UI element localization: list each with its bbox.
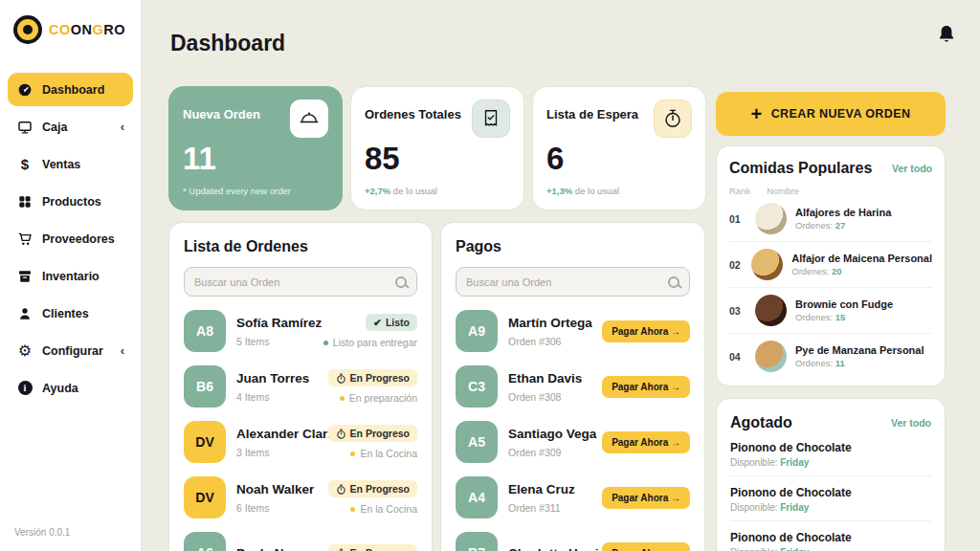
delta-suffix: de lo usual	[390, 186, 437, 196]
receipt-check-icon	[472, 99, 510, 138]
order-row[interactable]: A6 Paula Navarro En Progreso	[184, 532, 417, 551]
payments-search-input[interactable]	[466, 276, 660, 288]
payment-row[interactable]: A9 Martín Ortega Orden #306 Pagar Ahora …	[456, 310, 690, 352]
popular-item[interactable]: 02 Alfajor de Maicena Personal Ordenes: …	[729, 242, 932, 288]
order-row[interactable]: DV Alexander Clark 3 Items En Progreso E…	[184, 421, 417, 463]
food-orders: Ordenes: 11	[795, 358, 924, 368]
arrow-right-icon: →	[671, 326, 680, 337]
order-number: Orden #311	[508, 502, 591, 514]
soldout-item[interactable]: Pionono de Chocolate Disponible: Friday	[730, 431, 931, 476]
table-badge: DV	[184, 476, 226, 518]
chevron-left-icon[interactable]: ‹	[121, 343, 124, 358]
panel-title: Comidas Populares	[729, 160, 872, 177]
panel-title: Lista de Ordenes	[184, 238, 308, 255]
customer-name: Elena Cruz	[508, 482, 591, 496]
sidebar-item-configurar[interactable]: ⚙ Configurar ‹	[8, 334, 133, 367]
food-orders: Ordenes: 27	[795, 220, 891, 231]
col-name: Nombre	[767, 186, 799, 196]
payment-row[interactable]: A4 Elena Cruz Orden #311 Pagar Ahora →	[456, 476, 690, 518]
food-avatar	[755, 295, 787, 326]
logo-icon	[13, 15, 42, 44]
customer-name: Santiago Vega	[508, 427, 591, 441]
stat-delta: +2,7% de lo usual	[365, 186, 510, 196]
soldout-panel: Agotado Ver todo Pionono de Chocolate Di…	[716, 398, 946, 551]
sidebar: COONGRO Dashboard Caja ‹ $ Ventas Produc…	[0, 0, 142, 551]
sidebar-item-inventario[interactable]: Inventario	[8, 259, 133, 293]
status-badge: En Progreso	[328, 480, 417, 497]
customer-name: Charlotte Harris	[508, 546, 591, 551]
rank: 03	[729, 305, 746, 317]
soldout-name: Pionono de Chocolate	[730, 531, 931, 544]
view-all-link[interactable]: Ver todo	[891, 417, 931, 429]
panel-title: Pagos	[456, 238, 501, 255]
sidebar-item-caja[interactable]: Caja ‹	[8, 110, 133, 143]
order-row[interactable]: DV Noah Walker 6 Items En Progreso En la…	[184, 476, 417, 518]
pay-now-button[interactable]: Pagar Ahora →	[602, 487, 690, 509]
customer-name: Paula Navarro	[236, 546, 318, 551]
customer-name: Sofía Ramírez	[236, 316, 313, 330]
customer-name: Ethan Davis	[508, 371, 591, 386]
status-line: En preparación	[340, 392, 417, 404]
create-order-button[interactable]: + CREAR NUEVA ORDEN	[716, 92, 946, 136]
status-dot	[323, 341, 328, 345]
food-avatar	[755, 203, 787, 234]
sidebar-item-label: Inventario	[42, 270, 100, 283]
info-icon: i	[16, 380, 33, 397]
search-icon[interactable]	[395, 276, 407, 288]
table-badge: A6	[184, 532, 226, 551]
orders-search-input[interactable]	[194, 276, 388, 288]
create-order-label: CREAR NUEVA ORDEN	[771, 107, 911, 121]
pay-now-button[interactable]: Pagar Ahora →	[602, 542, 690, 551]
popular-item[interactable]: 01 Alfajores de Harina Ordenes: 27	[729, 196, 932, 242]
sidebar-nav: Dashboard Caja ‹ $ Ventas Productos Prov…	[0, 73, 141, 405]
rank: 04	[729, 351, 746, 363]
popular-item[interactable]: 04 Pye de Manzana Personal Ordenes: 11	[729, 334, 932, 379]
payment-row[interactable]: C3 Ethan Davis Orden #308 Pagar Ahora →	[456, 365, 690, 408]
soldout-item[interactable]: Pionono de Chocolate Disponible: Friday	[730, 521, 931, 551]
pay-now-button[interactable]: Pagar Ahora →	[602, 320, 690, 342]
customer-name: Alexander Clark	[236, 427, 318, 441]
payment-row[interactable]: A5 Santiago Vega Orden #309 Pagar Ahora …	[456, 421, 690, 463]
search-icon[interactable]	[668, 276, 679, 288]
sidebar-item-clientes[interactable]: Clientes	[8, 297, 133, 330]
food-orders: Ordenes: 20	[791, 266, 932, 276]
sidebar-item-proveedores[interactable]: Proveedores	[8, 222, 133, 255]
status-badge: En Progreso	[328, 544, 417, 551]
table-badge: DV	[184, 421, 226, 463]
soldout-name: Pionono de Chocolate	[730, 441, 931, 454]
grid-icon	[16, 193, 33, 210]
pay-now-button[interactable]: Pagar Ahora →	[602, 376, 690, 398]
col-rank: Rank	[729, 186, 750, 196]
order-number: Orden #309	[508, 447, 591, 458]
stat-card-ordenes-totales: Ordenes Totales 85 +2,7% de lo usual	[350, 86, 524, 210]
logo: COONGRO	[0, 0, 141, 44]
notifications-bell-icon[interactable]	[936, 24, 957, 45]
sidebar-item-ayuda[interactable]: i Ayuda	[8, 371, 133, 405]
view-all-link[interactable]: Ver todo	[892, 163, 932, 174]
sidebar-item-productos[interactable]: Productos	[8, 185, 133, 218]
table-badge: A9	[456, 310, 498, 352]
food-avatar	[755, 341, 787, 372]
food-name: Brownie con Fudge	[795, 298, 893, 310]
stopwatch-icon	[336, 548, 346, 551]
payment-row[interactable]: B7 Charlotte Harris Pagar Ahora →	[456, 532, 690, 551]
stat-note: * Updated every new order	[183, 186, 328, 196]
arrow-right-icon: →	[671, 382, 680, 392]
inventory-box-icon	[16, 268, 33, 285]
soldout-availability: Disponible: Friday	[730, 457, 931, 468]
delta-percent: +2,7%	[365, 186, 390, 196]
order-row[interactable]: B6 Juan Torres 4 Items En Progreso En pr…	[184, 365, 417, 408]
items-count: 5 Items	[236, 336, 313, 347]
sidebar-item-ventas[interactable]: $ Ventas	[8, 147, 133, 181]
food-name: Pye de Manzana Personal	[795, 344, 924, 356]
orders-list-panel: Lista de Ordenes A8 Sofía Ramírez 5 Item…	[168, 222, 433, 551]
soldout-item[interactable]: Pionono de Chocolate Disponible: Friday	[730, 476, 931, 521]
popular-item[interactable]: 03 Brownie con Fudge Ordenes: 15	[729, 288, 932, 334]
order-row[interactable]: A8 Sofía Ramírez 5 Items ✔Listo Listo pa…	[184, 310, 417, 352]
sidebar-item-dashboard[interactable]: Dashboard	[8, 73, 133, 106]
logo-text-part: RO	[103, 22, 125, 37]
logo-text-part: CO	[49, 22, 71, 37]
logo-text-part: ON	[71, 22, 93, 37]
pay-now-button[interactable]: Pagar Ahora →	[602, 431, 690, 453]
chevron-left-icon[interactable]: ‹	[121, 120, 124, 134]
